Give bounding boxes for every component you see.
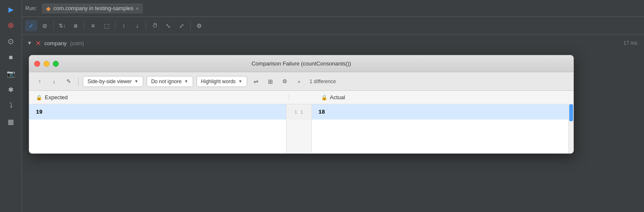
actual-value: 18 bbox=[319, 109, 325, 115]
tab-bar: Run: ◆ com.company in testing-samples × bbox=[22, 0, 644, 17]
comparison-data-rows: 19 1 1 18 bbox=[29, 104, 573, 153]
toolbar-sep-2 bbox=[84, 22, 85, 30]
traffic-lights bbox=[34, 61, 59, 67]
left-line-num: 1 bbox=[295, 109, 297, 114]
right-line-num: 1 bbox=[300, 109, 303, 114]
actual-empty-cell bbox=[312, 120, 569, 153]
align-center-button[interactable]: ≡ bbox=[87, 20, 99, 31]
highlight-dropdown-arrow-icon: ▼ bbox=[238, 79, 243, 84]
check-button[interactable]: ✓ bbox=[25, 20, 37, 31]
comparison-row-2 bbox=[29, 120, 568, 153]
dialog-toolbar-sep-1 bbox=[78, 77, 79, 86]
expand-arrow-icon[interactable]: ▼ bbox=[27, 40, 32, 46]
sync-button[interactable]: ⇌ bbox=[251, 76, 262, 87]
main-content: Run: ◆ com.company in testing-samples × … bbox=[22, 0, 644, 212]
actual-label: Actual bbox=[330, 94, 345, 101]
align-alt-button[interactable]: ⬚ bbox=[101, 20, 112, 31]
dialog-title: Comparison Failure (countConsonants()) bbox=[251, 60, 351, 67]
toolbar-sep-5 bbox=[190, 22, 191, 30]
collapse-button[interactable]: ⤡ bbox=[162, 20, 174, 31]
viewer-dropdown-arrow-icon: ▼ bbox=[134, 79, 139, 84]
bug-button[interactable]: ⊗ bbox=[3, 18, 19, 33]
sort-desc-button[interactable]: ≣ bbox=[70, 20, 82, 31]
toolbar-sep-1 bbox=[53, 22, 54, 30]
diff-count: 1 difference bbox=[310, 79, 336, 84]
camera-button[interactable]: 📷 bbox=[3, 66, 19, 81]
sort-asc-button[interactable]: ⇅↓ bbox=[56, 20, 68, 31]
comparison-row-1: 19 1 1 18 bbox=[29, 104, 568, 120]
tab-close-button[interactable]: × bbox=[136, 6, 139, 11]
columns-button[interactable]: ⊞ bbox=[265, 76, 276, 87]
grid-button[interactable]: ▦ bbox=[3, 114, 19, 129]
test-name: company bbox=[44, 40, 67, 46]
expected-label: Expected bbox=[45, 94, 68, 101]
highlight-dropdown[interactable]: Highlight words ▼ bbox=[196, 76, 247, 87]
expected-value: 19 bbox=[36, 109, 43, 115]
scrollbar-track[interactable] bbox=[568, 104, 573, 153]
expected-header: 🔒 Expected bbox=[29, 94, 289, 101]
dialog-settings-button[interactable]: ⚙ bbox=[279, 76, 290, 87]
run-tab[interactable]: ◆ com.company in testing-samples × bbox=[42, 3, 143, 14]
test-module: (com) bbox=[70, 40, 84, 46]
test-time: 17 ms bbox=[623, 40, 637, 46]
rerun-button[interactable]: ✱ bbox=[3, 82, 19, 97]
expected-empty-cell bbox=[29, 120, 287, 153]
toolbar-sep-3 bbox=[115, 22, 115, 30]
up-button[interactable]: ↑ bbox=[118, 20, 130, 31]
highlight-dropdown-label: Highlight words bbox=[201, 79, 236, 84]
next-diff-button[interactable]: » bbox=[294, 76, 305, 87]
cancel-button[interactable]: ⊘ bbox=[39, 20, 51, 31]
ignore-dropdown-label: Do not ignore bbox=[151, 79, 182, 84]
stop-button[interactable]: ■ bbox=[3, 50, 19, 65]
actual-value-cell: 18 bbox=[312, 104, 569, 120]
ignore-dropdown-arrow-icon: ▼ bbox=[184, 79, 188, 84]
diff-down-button[interactable]: ↓ bbox=[49, 76, 60, 87]
dialog-titlebar: Comparison Failure (countConsonants()) bbox=[29, 55, 573, 72]
actual-header: 🔒 Actual bbox=[314, 94, 574, 101]
tab-arrow-icon: ◆ bbox=[46, 5, 51, 12]
line-numbers-empty-cell bbox=[287, 120, 312, 153]
viewer-dropdown[interactable]: Side-by-side viewer ▼ bbox=[83, 76, 143, 87]
line-numbers-cell: 1 1 bbox=[287, 104, 312, 120]
down-button[interactable]: ↓ bbox=[131, 20, 143, 31]
tab-name: com.company in testing-samples bbox=[53, 5, 133, 11]
coverage-button[interactable]: ⊙ bbox=[3, 34, 19, 49]
play-button[interactable]: ▶ bbox=[3, 2, 19, 17]
test-fail-icon: ✕ bbox=[35, 39, 41, 47]
dialog-toolbar: ↑ ↓ ✎ Side-by-side viewer ▼ Do not ignor… bbox=[29, 72, 573, 91]
expected-lock-icon: 🔒 bbox=[36, 95, 42, 101]
expected-value-cell: 19 bbox=[29, 104, 287, 120]
test-result-row: ▼ ✕ company (com) 17 ms bbox=[22, 35, 644, 52]
comparison-content: 🔒 Expected 🔒 Actual 19 bbox=[29, 91, 573, 153]
minimize-traffic-light[interactable] bbox=[44, 61, 49, 67]
viewer-dropdown-label: Side-by-side viewer bbox=[87, 79, 132, 84]
toolbar-sep-4 bbox=[146, 22, 146, 30]
diff-up-button[interactable]: ↑ bbox=[34, 76, 45, 87]
actual-lock-icon: 🔒 bbox=[321, 95, 327, 101]
scrollbar-thumb[interactable] bbox=[569, 104, 573, 121]
comparison-headers: 🔒 Expected 🔒 Actual bbox=[29, 91, 573, 104]
sidebar: ▶ ⊗ ⊙ ■ 📷 ✱ ⤵ ▦ bbox=[0, 0, 22, 212]
run-label: Run: bbox=[25, 5, 37, 11]
comparison-dialog: Comparison Failure (countConsonants()) ↑… bbox=[29, 55, 574, 154]
import-button[interactable]: ⤵ bbox=[3, 98, 19, 113]
maximize-traffic-light[interactable] bbox=[53, 61, 59, 67]
run-toolbar: ✓ ⊘ ⇅↓ ≣ ≡ ⬚ ↑ ↓ ⏱ ⤡ ⤢ ⚙ bbox=[22, 17, 644, 35]
close-traffic-light[interactable] bbox=[34, 61, 40, 67]
diff-edit-button[interactable]: ✎ bbox=[63, 76, 74, 87]
dialog-overlay: Comparison Failure (countConsonants()) ↑… bbox=[22, 52, 644, 212]
ignore-dropdown[interactable]: Do not ignore ▼ bbox=[147, 76, 193, 87]
expand-button[interactable]: ⤢ bbox=[176, 20, 188, 31]
settings-button[interactable]: ⚙ bbox=[193, 20, 205, 31]
clock-button[interactable]: ⏱ bbox=[149, 20, 161, 31]
